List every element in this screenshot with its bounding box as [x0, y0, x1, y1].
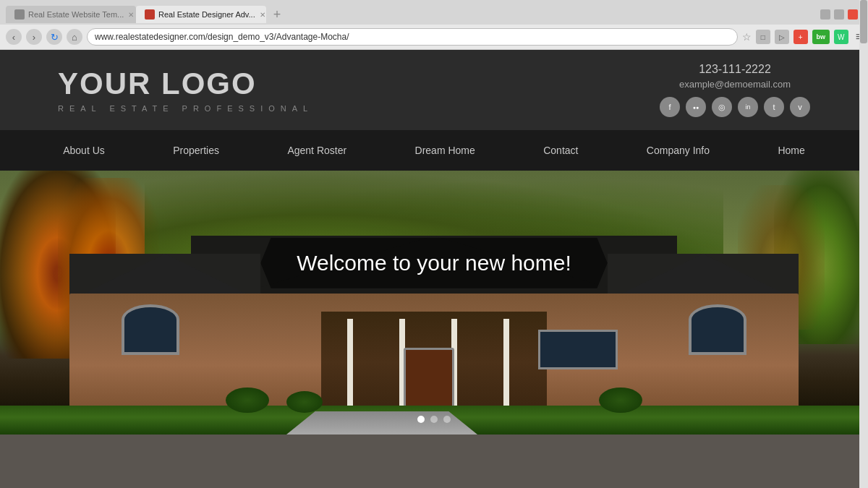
new-tab-button[interactable]: +: [266, 4, 288, 25]
driveway: [286, 411, 477, 435]
nav-item-home[interactable]: Home: [766, 130, 816, 171]
column-4: [503, 319, 509, 413]
browser-tab-1[interactable]: Real Estate Website Tem... ✕: [6, 6, 136, 23]
nav-item-company-info[interactable]: Company Info: [635, 130, 721, 171]
back-button[interactable]: ‹: [6, 29, 22, 45]
browser-tab-2[interactable]: Real Estate Designer Adv... ✕: [136, 6, 266, 23]
bush-right-1: [599, 388, 642, 413]
home-button[interactable]: ⌂: [67, 29, 82, 45]
window-close-button[interactable]: [848, 9, 858, 20]
bush-left-2: [286, 391, 323, 413]
window-center-triple: [538, 330, 618, 369]
logo-subtitle: REAL ESTATE PROFESSIONAL: [58, 104, 313, 113]
site-navigation: About Us Properties Agent Roster Dream H…: [0, 130, 868, 171]
slider-dot-3[interactable]: [443, 416, 451, 423]
tab-icon-1: [14, 9, 25, 20]
browser-chrome: Real Estate Website Tem... ✕ Real Estate…: [0, 0, 868, 50]
slider-dot-2[interactable]: [430, 416, 438, 423]
cast-button[interactable]: ▷: [775, 30, 789, 44]
bush-left-1: [226, 388, 269, 413]
nav-item-dream-home[interactable]: Dream Home: [404, 130, 487, 171]
site-header: YOUR LOGO REAL ESTATE PROFESSIONAL 123-1…: [0, 50, 868, 130]
logo-text: YOUR LOGO: [58, 67, 313, 100]
window-restore-button[interactable]: [834, 9, 844, 20]
logo-area: YOUR LOGO REAL ESTATE PROFESSIONAL: [58, 67, 313, 112]
addon-button-2[interactable]: bw: [812, 30, 830, 44]
window-minimize-button[interactable]: [820, 9, 830, 20]
instagram-icon[interactable]: ◎: [712, 97, 732, 117]
browser-titlebar: Real Estate Website Tem... ✕ Real Estate…: [0, 0, 868, 25]
address-bar[interactable]: [87, 28, 738, 46]
fullscreen-button[interactable]: □: [756, 30, 770, 44]
twitter-icon[interactable]: t: [764, 97, 784, 117]
refresh-button[interactable]: ↻: [46, 29, 62, 45]
browser-toolbar: ‹ › ↻ ⌂ ☆ □ ▷ + bw W ≡: [0, 25, 868, 49]
forward-button[interactable]: ›: [26, 29, 42, 45]
hero-overlay: Welcome to your new home!: [260, 238, 608, 288]
nav-item-properties[interactable]: Properties: [161, 130, 231, 171]
flickr-icon[interactable]: ●●: [686, 97, 706, 117]
nav-item-agent-roster[interactable]: Agent Roster: [276, 130, 358, 171]
scrollbar-thumb[interactable]: [860, 0, 867, 43]
bookmark-icon[interactable]: ☆: [742, 31, 752, 43]
phone-number: 123-111-2222: [660, 63, 810, 76]
website-content: YOUR LOGO REAL ESTATE PROFESSIONAL 123-1…: [0, 50, 868, 435]
vimeo-icon[interactable]: v: [790, 97, 810, 117]
column-1: [347, 319, 353, 413]
contact-area: 123-111-2222 example@demoemail.com f ●● …: [660, 63, 810, 117]
nav-list: About Us Properties Agent Roster Dream H…: [29, 130, 839, 171]
slider-dot-1[interactable]: [417, 416, 425, 423]
email-address: example@demoemail.com: [660, 79, 810, 90]
slider-dots: [417, 416, 451, 423]
hero-section: Welcome to your new home!: [0, 171, 868, 435]
front-door: [404, 348, 454, 413]
nav-item-contact[interactable]: Contact: [532, 130, 590, 171]
scrollbar[interactable]: [859, 0, 868, 488]
tab-label-1: Real Estate Website Tem...: [28, 10, 124, 19]
tab-close-2[interactable]: ✕: [260, 11, 265, 19]
hero-welcome-text: Welcome to your new home!: [297, 251, 571, 275]
linkedin-icon[interactable]: in: [738, 97, 758, 117]
tab-close-1[interactable]: ✕: [128, 11, 134, 19]
addon-button-3[interactable]: W: [834, 30, 848, 44]
window-right-arch: [689, 304, 746, 355]
facebook-icon[interactable]: f: [660, 97, 680, 117]
hero-background: [0, 171, 868, 435]
social-icons: f ●● ◎ in t v: [660, 97, 810, 117]
addon-button-1[interactable]: +: [793, 30, 808, 44]
window-left-arch: [122, 304, 179, 355]
nav-item-about-us[interactable]: About Us: [51, 130, 116, 171]
tab-icon-2: [145, 9, 155, 20]
tab-label-2: Real Estate Designer Adv...: [158, 10, 255, 19]
